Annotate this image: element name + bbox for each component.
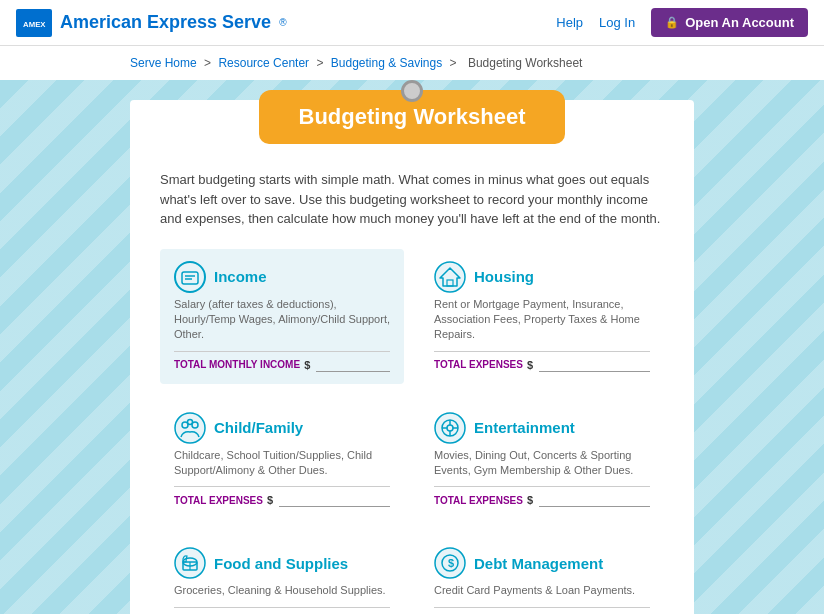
entertainment-desc: Movies, Dining Out, Concerts & Sporting … (434, 448, 650, 479)
category-child-family: Child/Family Childcare, School Tuition/S… (160, 400, 404, 520)
income-title: Income (214, 268, 267, 285)
child-family-title: Child/Family (214, 419, 303, 436)
worksheet-container: Budgeting Worksheet Smart budgeting star… (130, 100, 694, 614)
main-content: Budgeting Worksheet Smart budgeting star… (0, 80, 824, 614)
logo-icon: AMEX (16, 9, 52, 37)
child-family-icon (174, 412, 206, 444)
food-supplies-total: TOTAL EXPENSES $ (174, 607, 390, 614)
housing-icon (434, 261, 466, 293)
header: AMEX American Express Serve® Help Log In… (0, 0, 824, 46)
title-tag: Budgeting Worksheet (160, 90, 664, 144)
intro-text: Smart budgeting starts with simple math.… (160, 170, 664, 229)
category-grid: Income Salary (after taxes & deductions)… (160, 249, 664, 615)
food-supplies-icon (174, 547, 206, 579)
svg-point-6 (435, 262, 465, 292)
entertainment-total: TOTAL EXPENSES $ (434, 486, 650, 507)
debt-management-total: TOTAL EXPENSES $ (434, 607, 650, 614)
worksheet-title: Budgeting Worksheet (259, 90, 566, 144)
breadcrumb-current: Budgeting Worksheet (468, 56, 583, 70)
income-icon (174, 261, 206, 293)
housing-header: Housing (434, 261, 650, 293)
housing-desc: Rent or Mortgage Payment, Insurance, Ass… (434, 297, 650, 343)
svg-point-13 (435, 413, 465, 443)
category-income: Income Salary (after taxes & deductions)… (160, 249, 404, 384)
breadcrumb-budgeting-savings[interactable]: Budgeting & Savings (331, 56, 442, 70)
entertainment-header: Entertainment (434, 412, 650, 444)
food-supplies-title: Food and Supplies (214, 555, 348, 572)
category-food-supplies: Food and Supplies Groceries, Cleaning & … (160, 535, 404, 614)
brand-name: American Express Serve (60, 12, 271, 33)
logo-area: AMEX American Express Serve® (16, 9, 287, 37)
svg-text:AMEX: AMEX (23, 19, 46, 28)
child-family-desc: Childcare, School Tuition/Supplies, Chil… (174, 448, 390, 479)
help-link[interactable]: Help (556, 15, 583, 30)
svg-text:$: $ (448, 557, 454, 569)
login-link[interactable]: Log In (599, 15, 635, 30)
debt-management-header: $ Debt Management (434, 547, 650, 579)
category-entertainment: Entertainment Movies, Dining Out, Concer… (420, 400, 664, 520)
income-header: Income (174, 261, 390, 293)
breadcrumb-serve-home[interactable]: Serve Home (130, 56, 197, 70)
entertainment-title: Entertainment (474, 419, 575, 436)
debt-management-desc: Credit Card Payments & Loan Payments. (434, 583, 650, 598)
food-supplies-desc: Groceries, Cleaning & Household Supplies… (174, 583, 390, 598)
category-debt-management: $ Debt Management Credit Card Payments &… (420, 535, 664, 614)
housing-title: Housing (474, 268, 534, 285)
category-housing: Housing Rent or Mortgage Payment, Insura… (420, 249, 664, 384)
child-family-total: TOTAL EXPENSES $ (174, 486, 390, 507)
svg-point-2 (175, 262, 205, 292)
svg-point-9 (175, 413, 205, 443)
income-desc: Salary (after taxes & deductions), Hourl… (174, 297, 390, 343)
entertainment-icon (434, 412, 466, 444)
breadcrumb: Serve Home > Resource Center > Budgeting… (0, 46, 824, 80)
header-right: Help Log In Open An Account (556, 8, 808, 37)
child-family-header: Child/Family (174, 412, 390, 444)
income-total: TOTAL MONTHLY INCOME $ (174, 351, 390, 372)
debt-management-icon: $ (434, 547, 466, 579)
open-account-button[interactable]: Open An Account (651, 8, 808, 37)
food-supplies-header: Food and Supplies (174, 547, 390, 579)
breadcrumb-resource-center[interactable]: Resource Center (218, 56, 309, 70)
housing-total: TOTAL EXPENSES $ (434, 351, 650, 372)
debt-management-title: Debt Management (474, 555, 603, 572)
